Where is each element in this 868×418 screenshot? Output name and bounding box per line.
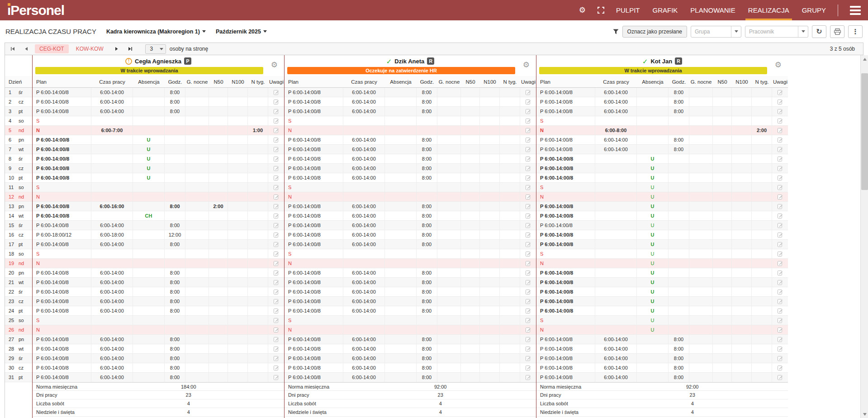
note-icon[interactable] <box>778 289 783 294</box>
note-icon[interactable] <box>274 308 279 314</box>
note-icon[interactable] <box>526 118 531 124</box>
note-icon[interactable] <box>274 289 279 294</box>
print-button[interactable] <box>830 25 844 38</box>
note-icon[interactable] <box>526 327 531 332</box>
note-icon[interactable] <box>778 308 783 314</box>
note-icon[interactable] <box>526 299 531 304</box>
note-icon[interactable] <box>526 261 531 266</box>
prev-page-button[interactable] <box>21 44 31 53</box>
fullscreen-icon[interactable] <box>598 7 604 14</box>
note-icon[interactable] <box>778 204 783 209</box>
panel-gear-icon[interactable]: ⚙ <box>775 61 782 69</box>
next-page-button[interactable] <box>112 44 122 53</box>
note-icon[interactable] <box>778 137 783 142</box>
scroll-down-icon[interactable] <box>861 410 868 418</box>
note-icon[interactable] <box>778 365 783 370</box>
note-icon[interactable] <box>526 137 531 142</box>
more-options-button[interactable]: ⋮ <box>848 25 863 38</box>
note-icon[interactable] <box>274 327 279 332</box>
note-icon[interactable] <box>778 242 783 247</box>
note-icon[interactable] <box>778 356 783 361</box>
note-icon[interactable] <box>526 156 531 162</box>
note-icon[interactable] <box>526 166 531 171</box>
note-icon[interactable] <box>778 166 783 171</box>
note-icon[interactable] <box>274 213 279 218</box>
panel-gear-icon[interactable]: ⚙ <box>271 61 278 69</box>
note-icon[interactable] <box>778 327 783 332</box>
note-icon[interactable] <box>274 147 279 152</box>
note-icon[interactable] <box>526 365 531 370</box>
pager-tab-ceg-kot[interactable]: CEG-KOT <box>35 44 69 53</box>
mark-sent-button[interactable]: Oznacz jako przesłane <box>622 26 687 38</box>
note-icon[interactable] <box>274 270 279 276</box>
note-icon[interactable] <box>778 270 783 276</box>
note-icon[interactable] <box>526 175 531 180</box>
note-icon[interactable] <box>778 156 783 162</box>
nav-item-grupy[interactable]: GRUPY <box>802 0 826 20</box>
note-icon[interactable] <box>526 99 531 104</box>
note-icon[interactable] <box>778 280 783 285</box>
note-icon[interactable] <box>274 261 279 266</box>
note-icon[interactable] <box>274 280 279 285</box>
note-icon[interactable] <box>526 318 531 323</box>
filter-icon[interactable] <box>613 29 619 34</box>
note-icon[interactable] <box>274 118 279 124</box>
note-icon[interactable] <box>274 242 279 247</box>
page-size-select[interactable]: 3 <box>145 44 166 54</box>
note-icon[interactable] <box>778 118 783 124</box>
note-icon[interactable] <box>274 223 279 228</box>
note-icon[interactable] <box>274 109 279 114</box>
group-selector[interactable]: Kadra kierownicza (Makroregion 1) <box>106 28 206 35</box>
note-icon[interactable] <box>778 147 783 152</box>
note-icon[interactable] <box>526 90 531 95</box>
nav-item-pulpit[interactable]: PULPIT <box>616 0 640 20</box>
note-icon[interactable] <box>526 194 531 200</box>
note-icon[interactable] <box>274 346 279 352</box>
note-icon[interactable] <box>526 308 531 314</box>
note-icon[interactable] <box>274 185 279 190</box>
note-icon[interactable] <box>526 289 531 294</box>
note-icon[interactable] <box>778 375 783 380</box>
note-icon[interactable] <box>778 251 783 256</box>
note-icon[interactable] <box>274 156 279 162</box>
note-icon[interactable] <box>778 109 783 114</box>
note-icon[interactable] <box>274 318 279 323</box>
grupa-select[interactable]: Grupa <box>691 26 741 38</box>
note-icon[interactable] <box>526 109 531 114</box>
note-icon[interactable] <box>274 90 279 95</box>
nav-item-realizacja[interactable]: REALIZACJA <box>748 0 789 20</box>
note-icon[interactable] <box>274 356 279 361</box>
note-icon[interactable] <box>778 99 783 104</box>
note-icon[interactable] <box>778 346 783 352</box>
note-icon[interactable] <box>274 204 279 209</box>
nav-item-planowanie[interactable]: PLANOWANIE <box>690 0 735 20</box>
note-icon[interactable] <box>526 375 531 380</box>
note-icon[interactable] <box>778 261 783 266</box>
note-icon[interactable] <box>526 232 531 238</box>
note-icon[interactable] <box>274 175 279 180</box>
note-icon[interactable] <box>526 204 531 209</box>
month-selector[interactable]: Październik 2025 <box>216 28 267 35</box>
note-icon[interactable] <box>274 194 279 200</box>
last-page-button[interactable] <box>125 44 135 53</box>
note-icon[interactable] <box>274 337 279 342</box>
note-icon[interactable] <box>274 137 279 142</box>
scrollbar-thumb[interactable] <box>861 73 868 190</box>
note-icon[interactable] <box>778 318 783 323</box>
note-icon[interactable] <box>526 213 531 218</box>
note-icon[interactable] <box>778 194 783 200</box>
settings-icon[interactable]: ⚙ <box>579 6 586 14</box>
note-icon[interactable] <box>526 223 531 228</box>
note-icon[interactable] <box>526 242 531 247</box>
pager-tab-kow-kow[interactable]: KOW-KOW <box>71 44 108 53</box>
note-icon[interactable] <box>274 375 279 380</box>
note-icon[interactable] <box>274 251 279 256</box>
note-icon[interactable] <box>526 270 531 276</box>
note-icon[interactable] <box>778 175 783 180</box>
note-icon[interactable] <box>274 128 279 133</box>
hamburger-icon[interactable] <box>850 6 861 15</box>
note-icon[interactable] <box>274 365 279 370</box>
note-icon[interactable] <box>526 346 531 352</box>
note-icon[interactable] <box>526 280 531 285</box>
note-icon[interactable] <box>526 251 531 256</box>
